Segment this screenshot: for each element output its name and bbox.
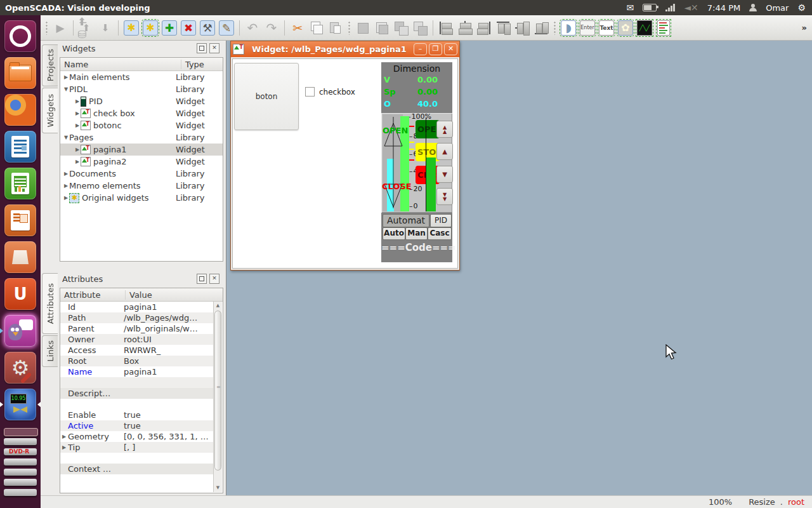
auto-button[interactable]: Auto <box>383 227 405 240</box>
pid-widget[interactable]: Dimension V0.00 Sp0.00 O40.0 OPEN <box>381 62 452 262</box>
raise-icon[interactable] <box>354 19 372 37</box>
launcher-openscada[interactable]: 10.95 <box>4 389 36 420</box>
spin-down-icon[interactable]: ▼ <box>436 166 453 183</box>
launcher-libreoffice-impress[interactable] <box>4 204 36 236</box>
close-icon[interactable]: ✕ <box>444 43 457 55</box>
widget-properties-icon[interactable]: ⚒ <box>199 19 216 37</box>
tree-item-check-box[interactable]: ▶check boxWidget <box>60 107 223 119</box>
launcher-pidgin[interactable] <box>4 315 36 347</box>
form-element-icon[interactable]: Enter <box>579 19 596 37</box>
document-icon[interactable] <box>655 19 672 37</box>
widget-canvas[interactable]: boton checkbox Dimension V0.00 Sp0.00 O4… <box>232 58 458 269</box>
tree-item-documents[interactable]: ▶DocumentsLibrary <box>60 168 223 180</box>
attr-row-parent[interactable]: Parent/wlb_originals/w… <box>60 323 214 334</box>
clock[interactable]: 7:44 PM <box>707 3 740 13</box>
media-icon[interactable]: ✿ <box>617 19 634 37</box>
scroll-down-icon[interactable]: ▼ <box>214 484 222 492</box>
toolbar-handle2[interactable] <box>347 21 351 35</box>
attr-row-enable[interactable]: Enabletrue <box>60 410 214 420</box>
fall-down-icon[interactable] <box>411 19 429 37</box>
attr-row-context[interactable]: Context … <box>60 464 214 474</box>
attr-row-access[interactable]: AccessRWRWR_ <box>60 345 214 356</box>
man-button[interactable]: Man <box>405 227 428 240</box>
rise-up-icon[interactable] <box>392 19 410 37</box>
toolbar-more-icon[interactable]: » <box>802 23 809 32</box>
float-icon[interactable] <box>197 274 207 284</box>
network-signal-icon[interactable] <box>665 4 675 11</box>
spin-double-up-icon[interactable]: ▲▲ <box>436 121 453 138</box>
tree-item-pidl[interactable]: ▼PIDLLibrary <box>60 83 223 95</box>
attr-row-geometry[interactable]: ▶Geometry[0, 0, 356, 331, 1, … <box>60 431 214 442</box>
tree-item-pages[interactable]: ▼PagesLibrary <box>60 131 223 144</box>
automat-button[interactable]: Automat <box>383 214 429 227</box>
tree-item-pagina2[interactable]: ▶pagina2Widget <box>60 156 223 168</box>
casc-button[interactable]: Casc <box>428 227 452 240</box>
user-menu[interactable]: Omar <box>766 3 789 13</box>
pid-mode-button[interactable]: PID <box>430 214 452 227</box>
redo-icon[interactable]: ↷ <box>263 19 280 37</box>
float-icon[interactable] <box>197 43 207 53</box>
align-left-icon[interactable] <box>437 19 455 37</box>
attr-row-name[interactable]: Namepagina1 <box>60 366 214 377</box>
tab-links[interactable]: Links <box>42 335 58 367</box>
tree-item-mnemo-elements[interactable]: ▶Mnemo elementsLibrary <box>60 180 223 192</box>
launcher-firefox[interactable] <box>4 94 36 126</box>
edit-widget-icon[interactable]: ✎ <box>218 19 235 37</box>
lower-icon[interactable] <box>373 19 391 37</box>
cut-icon[interactable]: ✂ <box>289 19 306 37</box>
toolbar-handle3[interactable] <box>553 21 557 35</box>
boton-button[interactable]: boton <box>234 63 299 130</box>
align-top-icon[interactable] <box>494 19 512 37</box>
scroll-up-icon[interactable]: ▲ <box>214 302 222 310</box>
attr-row-active[interactable]: Activetrue <box>60 420 214 431</box>
new-library-icon[interactable]: ✱ <box>122 19 140 37</box>
widget-edit-window[interactable]: Widget: /wlb_Pages/wdg_pagina1 – ❐ ✕ bot… <box>230 41 460 271</box>
align-bottom-icon[interactable] <box>532 19 550 37</box>
tree-item-botonc[interactable]: ▶botoncWidget <box>60 119 223 131</box>
launcher-libreoffice-calc[interactable] <box>4 168 36 199</box>
attr-row-descript[interactable]: Descript… <box>60 388 214 399</box>
session-gear-icon[interactable]: ⚙ <box>797 0 806 15</box>
attr-row-root[interactable]: RootBox <box>60 356 214 366</box>
battery-icon[interactable] <box>643 4 657 11</box>
new-widget-icon[interactable]: ✱ <box>141 19 159 37</box>
tree-item-pagina1[interactable]: ▶pagina1Widget <box>60 144 223 156</box>
align-v-center-icon[interactable] <box>513 19 531 37</box>
widget-window-titlebar[interactable]: Widget: /wlb_Pages/wdg_pagina1 – ❐ ✕ <box>231 41 459 57</box>
close-icon[interactable] <box>209 43 219 53</box>
close-icon[interactable] <box>209 274 219 284</box>
text-element-icon[interactable]: Text <box>598 19 615 37</box>
paste-icon[interactable] <box>327 19 344 37</box>
diagram-icon[interactable]: ╱╲╱ <box>636 19 653 37</box>
spin-double-down-icon[interactable]: ▼▼ <box>436 188 453 205</box>
spin-up-icon[interactable]: ▲ <box>436 143 453 160</box>
launcher-ubuntu-dash[interactable] <box>4 20 36 52</box>
launcher-system-settings[interactable]: ⚙ <box>4 352 36 384</box>
attr-row-tip[interactable]: ▶Tip[, ] <box>60 442 214 453</box>
tab-projects[interactable]: Projects <box>42 44 58 86</box>
maximize-icon[interactable]: ❐ <box>429 43 442 55</box>
launcher-software-center[interactable] <box>4 241 36 273</box>
minimize-icon[interactable]: – <box>414 43 427 55</box>
attributes-table-header[interactable]: AttributeValue <box>60 288 223 302</box>
delete-widget-icon[interactable]: ✖ <box>180 19 197 37</box>
load-from-db-icon[interactable]: ⬆̶⛁⬆ <box>77 19 95 37</box>
mail-icon[interactable]: ✉ <box>627 0 634 15</box>
attr-row-path[interactable]: Path/wlb_Pages/wdg… <box>60 312 214 323</box>
copy-icon[interactable] <box>308 19 325 37</box>
scrollbar-thumb[interactable] <box>214 311 221 471</box>
tab-widgets[interactable]: Widgets <box>42 88 58 133</box>
widgets-tree-header[interactable]: NameType <box>60 58 223 71</box>
align-right-icon[interactable] <box>475 19 493 37</box>
undo-icon[interactable]: ↶ <box>244 19 261 37</box>
save-to-db-icon[interactable]: ⬇ <box>96 19 114 37</box>
tab-attributes[interactable]: Attributes <box>42 273 58 334</box>
volume-muted-icon[interactable]: ◄✕ <box>684 0 698 15</box>
attr-row-owner[interactable]: Ownerroot:UI <box>60 334 214 345</box>
checkbox-box[interactable] <box>305 87 315 97</box>
checkbox-widget[interactable]: checkbox <box>305 87 355 97</box>
run-widget-icon[interactable]: ▶ <box>51 19 69 37</box>
attr-row-id[interactable]: Idpagina1 <box>60 302 214 312</box>
add-widget-icon[interactable]: ✚ <box>160 19 178 37</box>
tree-item-original-widgets[interactable]: ▶✱Original widgetsLibrary <box>60 192 223 204</box>
